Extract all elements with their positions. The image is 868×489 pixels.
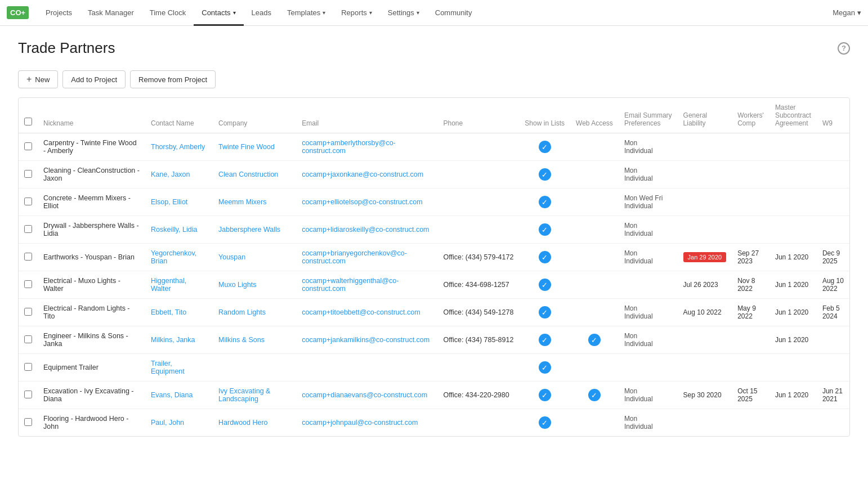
user-menu[interactable]: Megan ▾: [833, 8, 861, 17]
row-checkbox-cell[interactable]: [19, 133, 38, 161]
row-email[interactable]: cocamp+jaxonkane@co-construct.com: [296, 161, 437, 189]
row-checkbox-cell[interactable]: [19, 189, 38, 216]
row-company[interactable]: Clean Construction: [213, 161, 296, 189]
row-contact-name[interactable]: Higgenthal, Walter: [145, 271, 213, 299]
row-contact-name[interactable]: Milkins, Janka: [145, 326, 213, 354]
row-checkbox-cell[interactable]: [19, 299, 38, 326]
row-email[interactable]: cocamp+elliotelsop@co-construct.com: [296, 189, 437, 216]
row-checkbox[interactable]: [24, 391, 32, 398]
row-w9: [817, 161, 849, 189]
row-email[interactable]: cocamp+brianyegorchenkov@co-construct.co…: [296, 244, 437, 271]
check-circle-icon: ✓: [588, 334, 601, 346]
row-nickname: Carpentry - Twinte Fine Wood - Amberly: [38, 133, 145, 161]
nav-item-community[interactable]: Community: [427, 0, 480, 26]
row-company[interactable]: Jabbersphere Walls: [213, 216, 296, 244]
row-contact-name[interactable]: Roskeilly, Lidia: [145, 216, 213, 244]
row-checkbox[interactable]: [24, 225, 32, 233]
row-company[interactable]: Youspan: [213, 244, 296, 271]
nav-item-contacts[interactable]: Contacts ▾: [194, 0, 243, 26]
remove-from-project-button[interactable]: Remove from Project: [130, 70, 216, 88]
row-checkbox-cell[interactable]: [19, 271, 38, 299]
help-icon[interactable]: ?: [838, 42, 850, 55]
page-content: Trade Partners ? + New Add to Project Re…: [0, 26, 868, 450]
row-contact-name[interactable]: Yegorchenkov, Brian: [145, 244, 213, 271]
nav-item-settings[interactable]: Settings ▾: [380, 0, 427, 26]
row-workers-comp: [732, 161, 769, 189]
row-contact-name[interactable]: Evans, Diana: [145, 382, 213, 409]
row-checkbox-cell[interactable]: [19, 161, 38, 189]
row-master-sub: Jun 1 2020: [769, 382, 817, 409]
check-circle-icon: ✓: [539, 279, 551, 291]
row-company[interactable]: Ivy Excavating & Landscaping: [213, 382, 296, 409]
row-email-summary: MonIndividual: [619, 216, 678, 244]
row-workers-comp: May 92022: [732, 299, 769, 326]
row-web-access: [570, 133, 619, 161]
nav-item-reports[interactable]: Reports ▾: [333, 0, 380, 26]
row-show-in-lists: ✓: [519, 161, 570, 189]
row-contact-name[interactable]: Kane, Jaxon: [145, 161, 213, 189]
row-phone: Office: 434-220-2980: [438, 382, 520, 409]
row-company[interactable]: Meemm Mixers: [213, 189, 296, 216]
nav-item-leads[interactable]: Leads: [244, 0, 279, 26]
check-circle-icon: ✓: [539, 251, 551, 263]
row-contact-name[interactable]: Elsop, Elliot: [145, 189, 213, 216]
row-web-access: [570, 189, 619, 216]
row-checkbox[interactable]: [24, 142, 32, 150]
table-row: Electrical - Random Lights - TitoEbbett,…: [19, 299, 849, 326]
row-general-liability: Jul 26 2023: [678, 271, 732, 299]
row-email[interactable]: cocamp+lidiaroskeilly@co-construct.com: [296, 216, 437, 244]
row-phone: [438, 409, 520, 437]
select-all-header[interactable]: [19, 98, 38, 133]
new-button[interactable]: + New: [18, 70, 58, 88]
row-checkbox[interactable]: [24, 418, 32, 426]
row-contact-name[interactable]: Trailer, Equipment: [145, 354, 213, 382]
chevron-down-icon: ▾: [857, 8, 861, 17]
row-checkbox[interactable]: [24, 280, 32, 288]
row-company[interactable]: Random Lights: [213, 299, 296, 326]
table-row: Earthworks - Youspan - BrianYegorchenkov…: [19, 244, 849, 271]
check-circle-icon: ✓: [588, 389, 601, 401]
table-row: Concrete - Meemm Mixers - ElliotElsop, E…: [19, 189, 849, 216]
col-workers-comp: Workers'Comp: [732, 98, 769, 133]
row-checkbox-cell[interactable]: [19, 409, 38, 437]
row-checkbox[interactable]: [24, 198, 32, 205]
table-row: Cleaning - CleanConstruction - JaxonKane…: [19, 161, 849, 189]
row-contact-name[interactable]: Paul, John: [145, 409, 213, 437]
row-show-in-lists: ✓: [519, 326, 570, 354]
row-email[interactable]: cocamp+dianaevans@co-construct.com: [296, 382, 437, 409]
row-checkbox-cell[interactable]: [19, 354, 38, 382]
nav-item-projects[interactable]: Projects: [38, 0, 80, 26]
row-email-summary: [619, 354, 678, 382]
row-checkbox-cell[interactable]: [19, 326, 38, 354]
row-show-in-lists: ✓: [519, 216, 570, 244]
row-checkbox[interactable]: [24, 170, 32, 178]
row-email[interactable]: cocamp+walterhiggenthal@co-construct.com: [296, 271, 437, 299]
row-email[interactable]: cocamp+jankamilkins@co-construct.com: [296, 326, 437, 354]
row-company[interactable]: Twinte Fine Wood: [213, 133, 296, 161]
plus-icon: +: [26, 74, 32, 84]
nav-item-templates[interactable]: Templates ▾: [279, 0, 333, 26]
nav-item-task-manager[interactable]: Task Manager: [80, 0, 142, 26]
row-contact-name[interactable]: Ebbett, Tito: [145, 299, 213, 326]
row-checkbox[interactable]: [24, 363, 32, 371]
row-checkbox-cell[interactable]: [19, 244, 38, 271]
row-contact-name[interactable]: Thorsby, Amberly: [145, 133, 213, 161]
app-logo[interactable]: CO+: [7, 6, 29, 19]
row-checkbox-cell[interactable]: [19, 216, 38, 244]
row-company[interactable]: Hardwood Hero: [213, 409, 296, 437]
row-checkbox[interactable]: [24, 335, 32, 343]
row-checkbox-cell[interactable]: [19, 382, 38, 409]
row-general-liability: [678, 216, 732, 244]
row-email[interactable]: cocamp+amberlythorsby@co-construct.com: [296, 133, 437, 161]
row-email[interactable]: cocamp+titoebbett@co-construct.com: [296, 299, 437, 326]
row-company[interactable]: Muxo Lights: [213, 271, 296, 299]
add-to-project-button[interactable]: Add to Project: [62, 70, 126, 88]
row-company[interactable]: Milkins & Sons: [213, 326, 296, 354]
table-row: Engineer - Milkins & Sons - JankaMilkins…: [19, 326, 849, 354]
row-email[interactable]: cocamp+johnpaul@co-construct.com: [296, 409, 437, 437]
col-phone: Phone: [438, 98, 520, 133]
select-all-checkbox[interactable]: [24, 118, 32, 125]
nav-item-time-clock[interactable]: Time Clock: [142, 0, 194, 26]
row-checkbox[interactable]: [24, 253, 32, 261]
row-checkbox[interactable]: [24, 308, 32, 316]
